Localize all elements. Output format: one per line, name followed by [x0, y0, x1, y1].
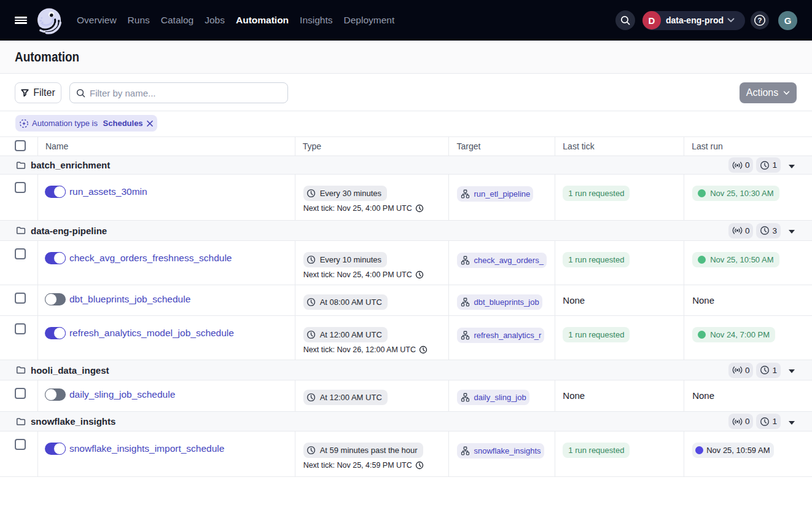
svg-text:?: ? [757, 17, 762, 24]
